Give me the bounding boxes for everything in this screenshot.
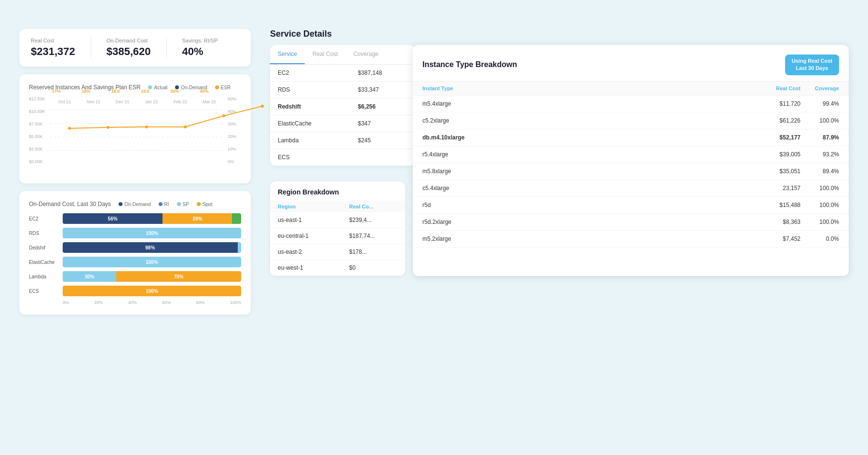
svg-point-11 bbox=[261, 105, 264, 108]
col-head-coverage: Coverage bbox=[800, 85, 839, 91]
region-breakdown-title: Region Breakdown bbox=[270, 181, 405, 201]
svg-point-10 bbox=[222, 114, 225, 117]
bar-pct-feb: 30% bbox=[170, 89, 179, 94]
tab-real-cost[interactable]: Real Cost bbox=[305, 45, 346, 64]
breakdown-row: m5.2xlarge $7,452 0.0% bbox=[413, 231, 849, 248]
region-row: us-east-2 $178... bbox=[270, 244, 405, 260]
breakdown-row: c5.2xlarge $61,226 100.0% bbox=[413, 112, 849, 129]
hbar-seg-dedshif-dark: 98% bbox=[63, 242, 238, 253]
hbar-row-ec2: EC2 56% 39% bbox=[29, 213, 241, 224]
breakdown-row: r5.4xlarge $39,005 93.2% bbox=[413, 146, 849, 163]
real-cost-label: Real Cost bbox=[31, 38, 75, 43]
hbar-label-ecs: ECS bbox=[29, 289, 63, 294]
table-row: Lambda $245 bbox=[270, 132, 415, 149]
table-row: Redshift $6,256 bbox=[270, 98, 415, 115]
region-row: us-east-1 $239,4... bbox=[270, 212, 405, 228]
breakdown-row: r5d $15,488 100.0% bbox=[413, 197, 849, 214]
hbar-seg-ec2-orange: 39% bbox=[163, 213, 232, 224]
svg-point-7 bbox=[107, 126, 109, 129]
breakdown-table-header: Instant Type Real Cost Coverage bbox=[413, 82, 849, 96]
service-data-table: EC2 $387,148 RDS $33,347 Redshift $6,256 bbox=[270, 65, 415, 166]
table-row: RDS $33,347 bbox=[270, 82, 415, 98]
y-axis-right: 50% 40% 30% 20% 10% 0% bbox=[224, 97, 241, 174]
tab-service[interactable]: Service bbox=[270, 45, 305, 64]
hbar-track-ec2: 56% 39% bbox=[63, 213, 241, 224]
bar-chart-card: Reserved Instances And Savings Plan ESR … bbox=[19, 74, 251, 183]
hbar-label-lambda: Lambda bbox=[29, 274, 63, 279]
bar-pct-jan: 18.5 bbox=[141, 89, 149, 94]
hbar-seg-rds: 100% bbox=[63, 228, 241, 238]
region-table-header: Region Real Co... bbox=[270, 201, 405, 212]
service-table: Service Real Cost Coverage EC2 $387,148 … bbox=[270, 45, 415, 166]
hbar-row-dedshif: Dedshif 98% bbox=[29, 242, 241, 253]
hbar-seg-lambda-light: 30% bbox=[63, 271, 116, 282]
hbar-x-axis: 0% 20% 40% 60% 80% 100% bbox=[29, 300, 241, 305]
right-content: Service Real Cost Coverage EC2 $387,148 … bbox=[270, 45, 849, 276]
real-cost-value: $231,372 bbox=[31, 45, 75, 58]
tab-coverage[interactable]: Coverage bbox=[346, 45, 386, 64]
ondemand-cost-card: On-Demand Cost $385,620 bbox=[107, 38, 167, 58]
col-head-cost: Real Cost bbox=[752, 85, 800, 91]
svg-point-8 bbox=[145, 125, 148, 128]
breakdown-row: m5.4xlarge $11,720 99.4% bbox=[413, 96, 849, 112]
hbar-label-rds: RDS bbox=[29, 231, 63, 236]
bar-pct-dec: 18.5 bbox=[111, 89, 120, 94]
hbar-label-elasticache: ElastiCache bbox=[29, 260, 63, 265]
metric-cards: Real Cost $231,372 On-Demand Cost $385,6… bbox=[19, 29, 251, 67]
real-cost-card: Real Cost $231,372 bbox=[31, 38, 91, 58]
y-axis-left: $12.50K $10.00K $7.50K $5.00K $2.50K $0.… bbox=[29, 97, 50, 174]
legend-actual: Actual bbox=[148, 85, 167, 90]
ondemand-cost-label: On-Demand Cost bbox=[107, 38, 151, 43]
table-tabs: Service Real Cost Coverage bbox=[270, 45, 415, 65]
bar-pct-oct: 17% bbox=[52, 89, 61, 94]
region-row: eu-central-1 $187,74... bbox=[270, 228, 405, 244]
hbar-row-ecs: ECS 100% bbox=[29, 286, 241, 296]
hbar-seg-lambda-orange: 70% bbox=[116, 271, 241, 282]
bar-pct-nov: 18% bbox=[81, 89, 90, 94]
breakdown-row: m5.8xlarge $35,051 89.4% bbox=[413, 163, 849, 180]
instance-breakdown: Instance Type Breakdown Using Real Cost … bbox=[413, 45, 849, 276]
hbar-label-dedshif: Dedshif bbox=[29, 245, 63, 250]
x-axis-labels: Oct 21 Nov 21 Dec 21 Jan 22 Feb 22 Mar 2… bbox=[50, 99, 224, 104]
svg-point-9 bbox=[184, 125, 187, 128]
region-row: eu-west-1 $0 bbox=[270, 260, 405, 276]
bar-chart-area: $12.50K $10.00K $7.50K $5.00K $2.50K $0.… bbox=[29, 97, 241, 174]
hbar-chart: EC2 56% 39% RDS 100% Dedshif 98% bbox=[29, 213, 241, 296]
left-panel: Real Cost $231,372 On-Demand Cost $385,6… bbox=[19, 29, 251, 426]
breakdown-row: r5d.2xlarge $8,363 100.0% bbox=[413, 214, 849, 231]
breakdown-header: Instance Type Breakdown Using Real Cost … bbox=[413, 45, 849, 82]
table-row: ECS bbox=[270, 149, 415, 166]
breakdown-row: c5.4xlarge 23,157 100.0% bbox=[413, 180, 849, 197]
hbar-track-lambda: 30% 70% bbox=[63, 271, 241, 282]
bar-chart-grid: 17% 18% 18.5 bbox=[50, 97, 224, 106]
table-row: EC2 $387,148 bbox=[270, 65, 415, 82]
breakdown-row-bold: db.m4.10xlarge $52,177 87.9% bbox=[413, 129, 849, 146]
breakdown-title: Instance Type Breakdown bbox=[422, 60, 517, 69]
esr-line-svg bbox=[50, 97, 224, 164]
hbar-label-ec2: EC2 bbox=[29, 216, 63, 221]
hbar-track-elasticache: 100% bbox=[63, 257, 241, 267]
legend-esr: ESR bbox=[215, 85, 231, 90]
table-row: ElasticCache $347 bbox=[270, 115, 415, 132]
savings-value: 40% bbox=[182, 45, 218, 58]
hbar-row-lambda: Lambda 30% 70% bbox=[29, 271, 241, 282]
hbar-row-rds: RDS 100% bbox=[29, 228, 241, 238]
hbar-seg-dedshif-light bbox=[238, 242, 241, 253]
ondemand-cost-value: $385,620 bbox=[107, 45, 151, 58]
hbar-legend-ondemand: On-Demand bbox=[119, 202, 150, 207]
hbar-row-elasticache: ElastiCache 100% bbox=[29, 257, 241, 267]
hbar-track-rds: 100% bbox=[63, 228, 241, 238]
hbar-track-dedshif: 98% bbox=[63, 242, 241, 253]
hbar-chart-title: On-Demand Cost, Last 30 Days On-Demand R… bbox=[29, 201, 241, 207]
hbar-legend-sp: SP bbox=[177, 202, 189, 207]
hbar-track-ecs: 100% bbox=[63, 286, 241, 296]
savings-label: Savings: RI/SP bbox=[182, 38, 218, 43]
hbar-seg-ec2-green bbox=[232, 213, 241, 224]
hbar-seg-ecs: 100% bbox=[63, 286, 241, 296]
right-panel: Service Details Service Real Cost Covera… bbox=[270, 29, 849, 426]
using-badge: Using Real Cost Last 30 Days bbox=[785, 55, 839, 75]
hbar-legend-spot: Spot bbox=[197, 202, 213, 207]
svg-point-6 bbox=[68, 127, 71, 130]
hbar-legend-ri: RI bbox=[159, 202, 169, 207]
hbar-seg-elasticache: 100% bbox=[63, 257, 241, 267]
